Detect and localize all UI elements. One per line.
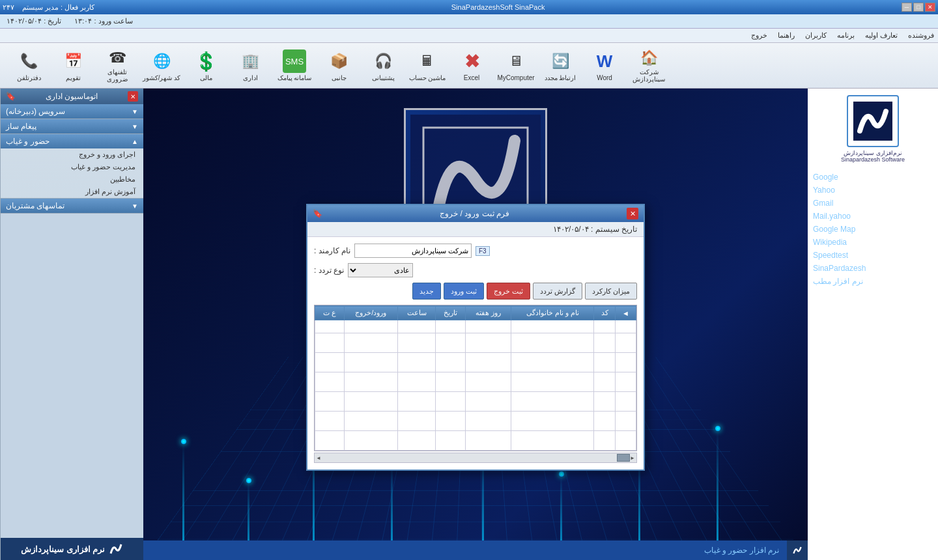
center-area: Sinapardazesh ✕ فرم ثبت ورود / خروج 🔖 [143,89,808,560]
modal-title: فرم ثبت ورود / خروج [440,209,509,218]
glow-dot-8 [715,426,720,431]
table-row [315,431,636,451]
toolbar-edari[interactable]: 🏢 اداری [228,46,272,85]
link-wikipedia[interactable]: Wikipedia [813,237,933,247]
info-bar: ساعت ورود : ۱۳:۰۴ تاریخ : ۱۴۰۲/۰۵/۰۴ [0,14,938,29]
menu-item-rahnamaa[interactable]: راهنما [778,31,795,40]
link-google[interactable]: Google [813,172,933,182]
scroll-left-arrow[interactable]: ◄ [316,455,321,461]
service-label: سرویس (دبیرخانه) [6,107,65,116]
toolbar-mycomputer[interactable]: 🖥 MyComputer [494,46,538,85]
toolbar-excel[interactable]: ✖ Excel [449,46,494,85]
horizontal-scrollbar[interactable]: ◄ ► [314,453,637,463]
toolbar-support[interactable]: 🎧 پشتیبانی [361,46,405,85]
username-row: F3 نام کارمند : [314,244,637,258]
calendar-icon: 📅 [61,49,85,73]
f3-badge[interactable]: F3 [476,246,490,256]
calculator-icon: 🖩 [416,49,439,73]
excel-icon: ✖ [460,49,483,73]
sidebar-section-message: ▼ پیغام ساز [1,119,143,134]
traffic-type-select[interactable]: عادی ماموریت [348,263,413,277]
toolbar-daftartelefon[interactable]: 📞 دفترتلفن [7,46,51,85]
checkin-button[interactable]: ثبت ورود [444,283,484,300]
menu-item-farooshandeh[interactable]: فروشنده [908,31,934,40]
finance-icon: 💲 [194,49,218,73]
sidebar-section-customers-header[interactable]: ▼ تماسهای مشتریان [1,199,143,213]
table-row [315,392,636,412]
phone-icon: 📞 [17,49,40,73]
sidebar-section-service-header[interactable]: ▼ سرویس (دبیرخانه) [1,104,143,119]
minimize-button[interactable]: ─ [902,3,912,12]
toolbar-reconnect[interactable]: 🔄 ارتباط مجدد [538,46,582,85]
traffic-type-label: نوع تردد : [314,266,344,275]
col-header-inout: ورود/خروج [344,306,397,320]
current-date: تاریخ : ۱۴۰۲/۰۵/۰۴ [7,17,61,25]
toolbar-sms[interactable]: SMS سامانه پیامک [272,46,317,85]
sidebar-section-attendance-header[interactable]: ▲ حضور و غیاب [1,134,143,148]
modal-close-button[interactable]: ✕ [627,208,638,219]
phone2-icon: ☎ [106,49,129,67]
toolbar-kod-shahr[interactable]: 🌐 کد شهر/کشور [139,46,184,85]
data-table-container: ◄ کد نام و نام خانوادگی روز هفته تاریخ س… [314,305,637,451]
company-name: نرم افزاری سیناپردازش [21,544,105,554]
right-sidebar-title: ✕ اتوماسیون اداری 🔖 [1,89,143,104]
new-button[interactable]: جدید [412,283,441,300]
sidebar-title-icon: 🔖 [6,92,16,101]
sidebar-section-message-header[interactable]: ▼ پیغام ساز [1,119,143,133]
link-googlemap[interactable]: Google Map [813,224,933,234]
menu-item-karbaran[interactable]: کاربران [805,31,827,40]
title-bar-controls[interactable]: ─ □ ✕ [902,3,935,12]
main-area: نرم‌افزاری سیناپردازشSinapardazesh Softw… [0,89,938,560]
right-sidebar-body [1,214,143,538]
link-sinapardazesh[interactable]: SinaPardazesh [813,263,933,273]
toolbar-company[interactable]: 🏠 شرکت سیناپردازش [627,46,671,85]
link-speedtest[interactable]: Speedtest [813,250,933,260]
sidebar-item-manage-attendance[interactable]: مدیریت حضور و غیاب [1,161,143,173]
toolbar-telefon-zaruri[interactable]: ☎ تلفنهای ضروری [95,46,139,85]
checkout-button[interactable]: ثبت خروج [487,283,530,300]
scroll-right-arrow[interactable]: ► [630,455,635,461]
right-sidebar-close[interactable]: ✕ [128,91,138,102]
box-icon: 📦 [327,49,350,73]
user-code: ۲۴۷ [3,3,14,12]
scroll-thumb[interactable] [617,454,630,462]
report-button[interactable]: گزارش تردد [533,283,582,300]
home-icon: 🏠 [637,49,661,67]
close-button[interactable]: ✕ [925,3,935,12]
link-gmail[interactable]: Gmail [813,198,933,208]
col-header-time: ساعت [398,306,436,320]
toolbar-word[interactable]: W Word [582,46,627,85]
link-mailyahoo[interactable]: Mail.yahoo [813,211,933,221]
menu-item-taarof[interactable]: تعارف اولیه [865,31,898,40]
computer-icon: 🖥 [504,49,528,73]
system-date-value: ۱۴۰۲/۰۵/۰۴ [553,225,589,234]
modal-body: F3 نام کارمند : عادی ماموریت نوع تردد : [307,237,644,469]
performance-button[interactable]: میزان کارکرد [585,283,637,300]
toolbar-mali[interactable]: 💲 مالی [184,46,228,85]
toolbar-janebi[interactable]: 📦 جانبی [317,46,361,85]
right-sidebar: ✕ اتوماسیون اداری 🔖 ▼ سرویس (دبیرخانه) ▼… [0,89,143,560]
col-header-day: روز هفته [466,306,511,320]
sidebar-item-entry-exit[interactable]: اجرای ورود و خروج [1,148,143,161]
toolbar-calculator[interactable]: 🖩 ماشین حساب [405,46,449,85]
link-motab[interactable]: نرم افزار مطب [813,276,933,287]
left-sidebar: نرم‌افزاری سیناپردازشSinapardazesh Softw… [808,89,938,560]
sidebar-item-training[interactable]: آموزش نرم افزار [1,186,143,198]
message-arrow-icon: ▼ [132,123,138,130]
sidebar-section-service: ▼ سرویس (دبیرخانه) [1,104,143,119]
sidebar-item-contacts[interactable]: مخاطبین [1,173,143,186]
maximize-button[interactable]: □ [913,3,924,12]
menu-item-khorooj[interactable]: خروج [751,31,767,40]
modal-title-icon: 🔖 [313,209,322,218]
username-input[interactable] [354,244,472,258]
menu-item-barnameye[interactable]: برنامه [837,31,855,40]
title-bar: ─ □ ✕ SinaPardazeshSoft SinaPack کاربر ف… [0,0,938,14]
toolbar-taqvim[interactable]: 📅 تقویم [51,46,95,85]
link-yahoo[interactable]: Yahoo [813,185,933,195]
modal-buttons: جدید ثبت ورود ثبت خروج گزارش تردد میزان … [314,283,637,300]
customers-arrow-icon: ▼ [132,203,138,210]
logo-area: نرم‌افزاری سیناپردازشSinapardazesh Softw… [813,95,933,163]
building-icon: 🏢 [238,49,262,73]
modal-dialog: ✕ فرم ثبت ورود / خروج 🔖 تاریخ سیستم : ۱۴… [306,204,645,471]
word-icon: W [593,49,616,73]
